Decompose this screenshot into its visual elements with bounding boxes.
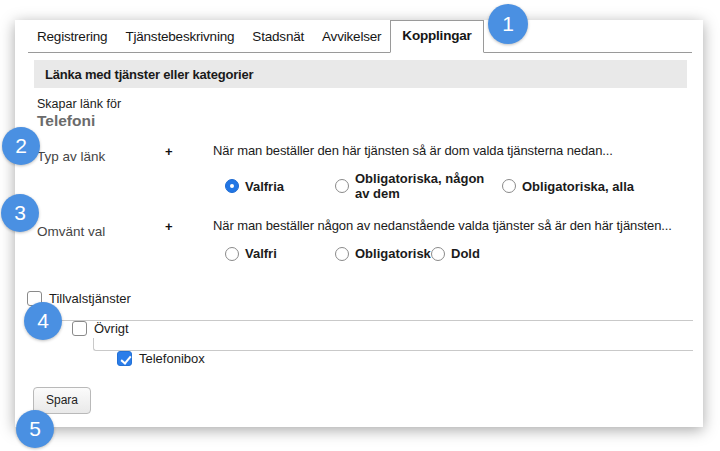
save-button[interactable]: Spara xyxy=(33,387,91,414)
radio-label[interactable]: Dold xyxy=(451,246,480,261)
page: Registrering Tjänstebeskrivning Stadsnät… xyxy=(0,0,720,451)
tree-item-ovrigt[interactable]: Övrigt xyxy=(72,321,703,336)
radio-icon[interactable] xyxy=(502,179,516,193)
tree-item-telefonibox[interactable]: Telefonibox xyxy=(117,351,703,366)
tab-avvikelser[interactable]: Avvikelser xyxy=(313,22,390,52)
radio-option-obligatoriska-alla[interactable]: Obligatoriska, alla xyxy=(502,179,634,194)
tab-tjanstebeskrivning[interactable]: Tjänstebeskrivning xyxy=(116,22,243,52)
subject-name: Telefoni xyxy=(37,112,703,130)
radio-label[interactable]: Obligatoriska, alla xyxy=(522,179,634,194)
section-header-title: Länka med tjänster eller kategorier xyxy=(45,67,253,82)
radio-label[interactable]: Valfria xyxy=(245,179,284,194)
tab-kopplingar[interactable]: Kopplingar xyxy=(390,20,483,53)
section-typ-av-lank: Typ av länk + När man beställer den här … xyxy=(37,143,703,201)
annotation-badge-5: 5 xyxy=(16,410,54,448)
radio-option-valfri[interactable]: Valfri xyxy=(225,246,335,261)
expand-plus-icon[interactable]: + xyxy=(165,143,213,201)
section-header-bar: Länka med tjänster eller kategorier xyxy=(34,60,687,88)
radio-icon[interactable] xyxy=(431,247,445,261)
tab-stadsnat[interactable]: Stadsnät xyxy=(243,22,313,52)
tree-branch-line xyxy=(93,338,693,351)
section-omvant-val-description: När man beställer någon av nedanstående … xyxy=(213,218,703,233)
annotation-badge-1: 1 xyxy=(488,4,528,44)
service-category-tree: Tillvalstjänster Övrigt Telefonibox xyxy=(15,291,703,366)
radio-label[interactable]: Valfri xyxy=(245,246,277,261)
annotation-badge-4: 4 xyxy=(24,302,62,340)
tree-item-label[interactable]: Telefonibox xyxy=(139,351,205,366)
radio-icon[interactable] xyxy=(335,179,349,193)
section-omvant-val-label: Omvänt val xyxy=(37,218,165,261)
tree-item-label[interactable]: Övrigt xyxy=(94,321,129,336)
annotation-badge-2: 2 xyxy=(2,127,40,165)
radio-label[interactable]: Obligatorisk xyxy=(355,246,431,261)
subject-label: Skapar länk för xyxy=(37,97,703,111)
link-subject: Skapar länk för Telefoni xyxy=(37,97,703,130)
checkbox-icon[interactable] xyxy=(72,321,87,336)
section-omvant-val: Omvänt val + När man beställer någon av … xyxy=(37,218,703,261)
checkbox-icon[interactable] xyxy=(117,351,132,366)
tree-item-label[interactable]: Tillvalstjänster xyxy=(49,291,131,306)
tree-item-tillvalstjanster[interactable]: Tillvalstjänster xyxy=(27,291,703,306)
radio-icon[interactable] xyxy=(335,247,349,261)
annotation-badge-3: 3 xyxy=(1,194,39,232)
expand-plus-icon[interactable]: + xyxy=(165,218,213,261)
tab-bar: Registrering Tjänstebeskrivning Stadsnät… xyxy=(28,20,692,53)
radio-icon[interactable] xyxy=(225,179,239,193)
content-panel: Registrering Tjänstebeskrivning Stadsnät… xyxy=(15,20,703,427)
section-typ-av-lank-description: När man beställer den här tjänsten så är… xyxy=(213,143,703,158)
omvant-val-radio-group: Valfri Obligatorisk Dold xyxy=(225,246,703,261)
radio-option-obligatorisk[interactable]: Obligatorisk xyxy=(335,246,431,261)
radio-option-valfria[interactable]: Valfria xyxy=(225,179,335,194)
typ-av-lank-radio-group: Valfria Obligatoriska, någon av dem Obli… xyxy=(225,171,703,201)
radio-option-dold[interactable]: Dold xyxy=(431,246,480,261)
radio-icon[interactable] xyxy=(225,247,239,261)
radio-label[interactable]: Obligatoriska, någon av dem xyxy=(355,171,502,201)
tab-registrering[interactable]: Registrering xyxy=(28,22,116,52)
radio-option-obligatoriska-nagon[interactable]: Obligatoriska, någon av dem xyxy=(335,171,502,201)
tree-branch-line xyxy=(47,308,693,321)
section-typ-av-lank-label: Typ av länk xyxy=(37,143,165,201)
